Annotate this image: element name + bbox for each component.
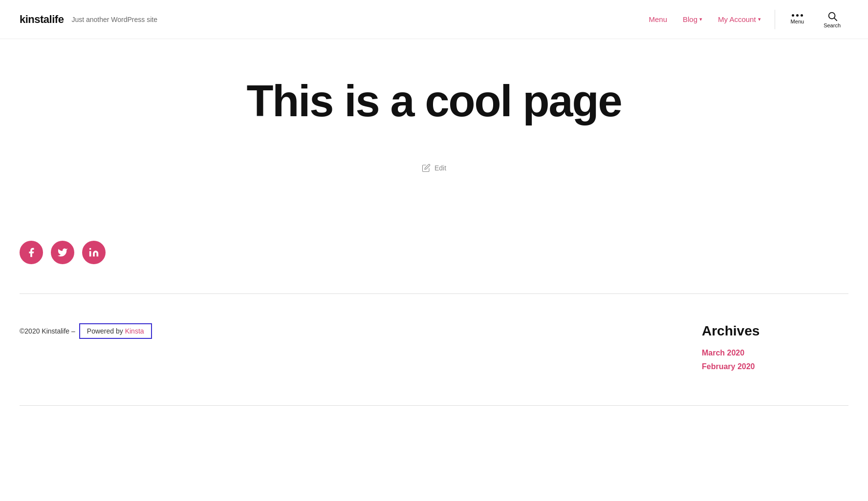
dot-3 bbox=[801, 14, 803, 17]
my-account-chevron-icon: ▾ bbox=[758, 16, 761, 22]
twitter-icon bbox=[57, 247, 68, 258]
nav-divider bbox=[775, 10, 775, 29]
svg-rect-2 bbox=[89, 251, 91, 256]
search-icon bbox=[827, 11, 838, 21]
footer-powered-by: Powered by Kinsta bbox=[79, 323, 152, 339]
svg-line-1 bbox=[834, 18, 837, 21]
footer-copyright: ©2020 Kinstalife – bbox=[20, 327, 75, 335]
social-section bbox=[0, 241, 868, 294]
site-footer: ©2020 Kinstalife – Powered by Kinsta Arc… bbox=[0, 323, 868, 425]
facebook-button[interactable] bbox=[20, 241, 43, 264]
site-header: kinstalife Just another WordPress site M… bbox=[0, 0, 868, 39]
nav-blog-link[interactable]: Blog ▾ bbox=[677, 11, 708, 27]
menu-dots-label: Menu bbox=[791, 19, 804, 24]
search-label: Search bbox=[824, 22, 841, 28]
dots-row bbox=[792, 14, 803, 17]
facebook-icon bbox=[26, 247, 37, 258]
twitter-button[interactable] bbox=[51, 241, 74, 264]
dot-2 bbox=[796, 14, 799, 17]
header-nav: Menu Blog ▾ My Account ▾ Menu Search bbox=[643, 7, 849, 32]
page-title: This is a cool page bbox=[20, 78, 848, 125]
site-tagline: Just another WordPress site bbox=[71, 16, 157, 23]
main-content: This is a cool page Edit bbox=[0, 39, 868, 241]
archive-march-2020[interactable]: March 2020 bbox=[702, 349, 848, 357]
archive-february-2020[interactable]: February 2020 bbox=[702, 362, 848, 371]
kinsta-link[interactable]: Kinsta bbox=[125, 327, 144, 335]
header-left: kinstalife Just another WordPress site bbox=[20, 13, 157, 26]
blog-chevron-icon: ▾ bbox=[699, 16, 702, 22]
social-row bbox=[20, 241, 848, 294]
nav-menu-link[interactable]: Menu bbox=[643, 11, 673, 27]
footer-right: Archives March 2020 February 2020 bbox=[702, 323, 848, 376]
footer-left: ©2020 Kinstalife – Powered by Kinsta bbox=[20, 323, 702, 339]
linkedin-icon bbox=[88, 247, 99, 258]
dot-1 bbox=[792, 14, 794, 17]
search-button[interactable]: Search bbox=[816, 7, 848, 32]
edit-label: Edit bbox=[434, 164, 446, 172]
nav-my-account-link[interactable]: My Account ▾ bbox=[712, 11, 767, 27]
site-title: kinstalife bbox=[20, 13, 64, 26]
edit-link[interactable]: Edit bbox=[422, 164, 446, 172]
linkedin-button[interactable] bbox=[82, 241, 106, 264]
archives-title: Archives bbox=[702, 323, 848, 339]
footer-content: ©2020 Kinstalife – Powered by Kinsta Arc… bbox=[20, 323, 848, 376]
edit-icon bbox=[422, 164, 431, 172]
menu-dots-button[interactable]: Menu bbox=[783, 10, 812, 28]
footer-divider bbox=[20, 405, 848, 406]
svg-point-3 bbox=[89, 248, 91, 250]
